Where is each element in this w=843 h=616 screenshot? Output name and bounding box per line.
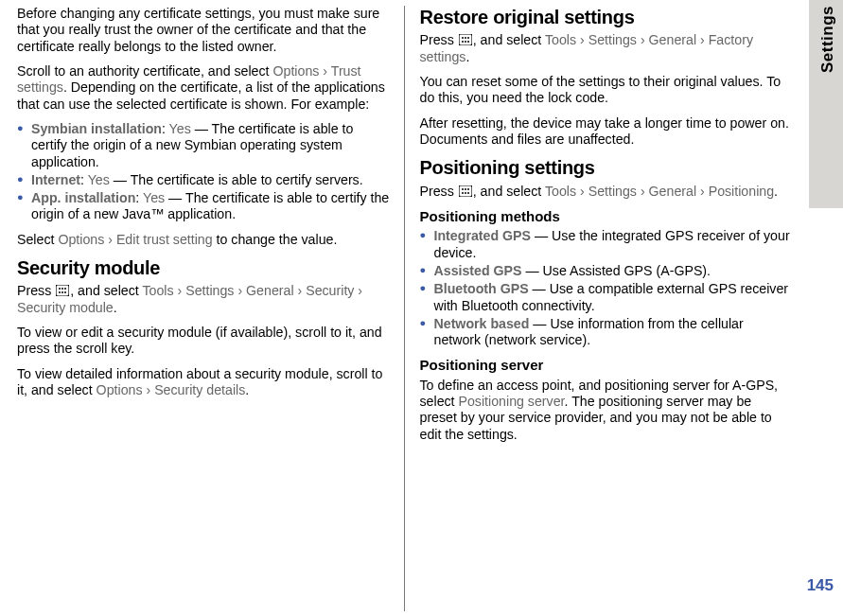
page-number: 145 xyxy=(807,576,834,595)
arrow-icon: › xyxy=(637,184,649,199)
svg-point-9 xyxy=(465,37,466,39)
restore-path: Press , and select Tools › Settings › Ge… xyxy=(420,32,793,65)
arrow-icon: › xyxy=(576,184,588,199)
text-fragment: Press xyxy=(420,32,458,47)
general-label: General xyxy=(649,184,696,199)
bullet-key: Bluetooth GPS xyxy=(434,281,529,296)
bullet-key: Internet xyxy=(31,172,80,187)
text-fragment: , and select xyxy=(70,283,142,298)
general-label: General xyxy=(649,32,696,47)
text-fragment: Press xyxy=(17,283,55,298)
text-dot: . xyxy=(774,184,778,199)
text-fragment: Press xyxy=(420,184,458,199)
arrow-icon: › xyxy=(174,283,186,298)
reset-lockcode-text: You can reset some of the settings to th… xyxy=(420,74,793,107)
bullet-key: Integrated GPS xyxy=(434,228,532,243)
list-item: App. installation: Yes — The certificate… xyxy=(17,190,393,223)
trust-settings-text: Scroll to an authority certificate, and … xyxy=(17,63,393,113)
view-edit-secmod-text: To view or edit a security module (if av… xyxy=(17,325,393,358)
text-fragment: . Depending on the certificate, a list o… xyxy=(17,79,385,111)
arrow-icon: › xyxy=(234,283,246,298)
svg-point-5 xyxy=(61,291,63,293)
svg-point-2 xyxy=(61,288,63,290)
arrow-icon: › xyxy=(294,283,307,298)
arrow-icon: › xyxy=(319,63,330,79)
svg-point-16 xyxy=(465,188,466,190)
menu-key-icon xyxy=(56,284,69,295)
arrow-icon: › xyxy=(576,32,588,47)
menu-key-icon xyxy=(459,33,472,44)
list-item: Assisted GPS — Use Assisted GPS (A-GPS). xyxy=(420,263,793,279)
bullet-key: Symbian installation xyxy=(31,121,162,136)
svg-rect-14 xyxy=(459,185,472,197)
security-label: Security xyxy=(306,283,354,298)
tools-label: Tools xyxy=(142,283,173,298)
restore-heading: Restore original settings xyxy=(420,6,793,28)
positioning-server-label: Positioning server xyxy=(459,394,565,409)
trust-bullets: Symbian installation: Yes — The certific… xyxy=(17,121,393,223)
bullet-key: Network based xyxy=(434,316,530,331)
left-column: Before changing any certificate settings… xyxy=(6,6,405,611)
svg-point-17 xyxy=(467,188,469,190)
security-module-heading: Security module xyxy=(17,256,393,279)
right-column: Restore original settings Press , and se… xyxy=(405,6,804,611)
text-dot: . xyxy=(465,49,469,64)
bullet-key: Assisted GPS xyxy=(434,263,522,278)
positioning-server-text: To define an access point, and positioni… xyxy=(420,378,793,443)
svg-point-12 xyxy=(465,41,466,43)
bullet-key: App. installation xyxy=(31,190,135,205)
security-details-text: To view detailed information about a sec… xyxy=(17,366,393,399)
positioning-server-subhead: Positioning server xyxy=(420,357,793,374)
text-fragment: to change the value. xyxy=(213,232,338,247)
options-label: Options xyxy=(97,382,143,397)
arrow-icon: › xyxy=(637,32,649,47)
svg-point-13 xyxy=(467,41,469,43)
cert-warning-text: Before changing any certificate settings… xyxy=(17,6,393,55)
tools-label: Tools xyxy=(545,184,576,199)
arrow-icon: › xyxy=(696,32,709,47)
svg-point-6 xyxy=(64,291,66,293)
menu-key-icon xyxy=(459,185,472,196)
svg-point-11 xyxy=(462,41,464,43)
list-item: Integrated GPS — Use the integrated GPS … xyxy=(420,228,793,261)
edit-trust-text: Select Options › Edit trust setting to c… xyxy=(17,232,393,248)
list-item: Symbian installation: Yes — The certific… xyxy=(17,121,393,170)
svg-rect-7 xyxy=(459,34,472,45)
side-tab-label: Settings xyxy=(818,6,837,73)
settings-label: Settings xyxy=(588,184,637,199)
edit-trust-label: Edit trust setting xyxy=(116,232,213,247)
text-fragment: Scroll to an authority certificate, and … xyxy=(17,63,272,79)
general-label: General xyxy=(246,283,293,298)
options-label: Options xyxy=(272,63,319,79)
text-dot: . xyxy=(114,300,117,315)
positioning-bullets: Integrated GPS — Use the integrated GPS … xyxy=(420,228,793,348)
arrow-icon: › xyxy=(143,382,155,397)
arrow-icon: › xyxy=(696,184,709,199)
text-fragment: , and select xyxy=(473,32,545,47)
bullet-value: Yes xyxy=(143,190,165,205)
bullet-value: Yes xyxy=(88,172,110,187)
svg-point-4 xyxy=(59,291,61,293)
svg-point-1 xyxy=(59,288,61,290)
svg-rect-0 xyxy=(56,285,69,296)
svg-point-18 xyxy=(462,192,464,194)
list-item: Network based — Use information from the… xyxy=(420,316,793,349)
svg-point-10 xyxy=(467,37,469,39)
svg-point-8 xyxy=(462,37,464,39)
bullet-rest: — Use Assisted GPS (A-GPS). xyxy=(522,263,711,278)
text-fragment: , and select xyxy=(473,184,545,199)
security-module-label: Security module xyxy=(17,300,114,315)
svg-point-15 xyxy=(462,188,464,190)
text-dot: . xyxy=(245,382,249,397)
arrow-icon: › xyxy=(104,232,116,247)
positioning-methods-subhead: Positioning methods xyxy=(420,208,793,225)
tools-label: Tools xyxy=(545,32,576,47)
security-details-label: Security details xyxy=(154,382,245,397)
text-fragment: Select xyxy=(17,232,58,247)
positioning-path: Press , and select Tools › Settings › Ge… xyxy=(420,184,793,200)
settings-label: Settings xyxy=(185,283,234,298)
list-item: Internet: Yes — The certificate is able … xyxy=(17,172,393,188)
svg-point-19 xyxy=(465,192,466,194)
svg-point-3 xyxy=(64,288,66,290)
bullet-value: Yes xyxy=(169,121,191,136)
